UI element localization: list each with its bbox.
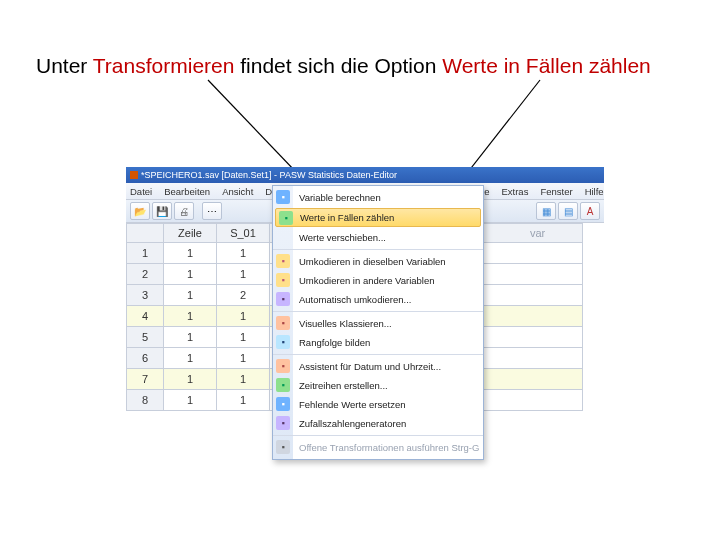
menu-item-icon: ▪ (276, 359, 290, 373)
menu-item-icon: ▪ (276, 378, 290, 392)
cell-s01[interactable]: 1 (217, 264, 270, 285)
menu-item-label: Automatisch umkodieren... (299, 294, 411, 305)
menu-item[interactable]: ▪Fehlende Werte ersetzen (273, 395, 483, 414)
menu-item[interactable]: ▪Werte in Fällen zählen (275, 208, 481, 227)
menu-item-label: Rangfolge bilden (299, 337, 370, 348)
chart-icon[interactable]: ▤ (558, 202, 578, 220)
menu-ansicht[interactable]: Ansicht (222, 186, 253, 197)
row-number[interactable]: 5 (127, 327, 164, 348)
menu-item[interactable]: ▪Rangfolge bilden (273, 333, 483, 352)
menu-separator (273, 435, 483, 436)
cell-zeile[interactable]: 1 (164, 264, 217, 285)
menu-separator (273, 249, 483, 250)
row-number[interactable]: 4 (127, 306, 164, 327)
menu-separator (273, 311, 483, 312)
menu-item-label: Assistent für Datum und Uhrzeit... (299, 361, 441, 372)
titlebar: *SPEICHERO1.sav [Daten.Set1] - PASW Stat… (126, 167, 604, 183)
row-number[interactable]: 7 (127, 369, 164, 390)
titlebar-text: *SPEICHERO1.sav [Daten.Set1] - PASW Stat… (141, 170, 397, 180)
menu-item[interactable]: ▪Umkodieren in dieselben Variablen (273, 252, 483, 271)
menu-item[interactable]: ▪Umkodieren in andere Variablen (273, 271, 483, 290)
cell-zeile[interactable]: 1 (164, 306, 217, 327)
menu-item[interactable]: ▪Automatisch umkodieren... (273, 290, 483, 309)
cell-zeile[interactable]: 1 (164, 348, 217, 369)
row-number[interactable]: 3 (127, 285, 164, 306)
menu-item-icon: ▪ (276, 273, 290, 287)
cell-zeile[interactable]: 1 (164, 369, 217, 390)
menu-extras[interactable]: Extras (501, 186, 528, 197)
menu-item: ▪Offene Transformationen ausführen Strg-… (273, 438, 483, 457)
cell-s01[interactable]: 1 (217, 243, 270, 264)
menu-item-icon: ▪ (276, 440, 290, 454)
menu-item[interactable]: ▪Assistent für Datum und Uhrzeit... (273, 357, 483, 376)
labels-icon[interactable]: A (580, 202, 600, 220)
menu-item-label: Umkodieren in dieselben Variablen (299, 256, 446, 267)
save-icon[interactable]: 💾 (152, 202, 172, 220)
menu-item-label: Fehlende Werte ersetzen (299, 399, 406, 410)
menu-item-label: Werte verschieben... (299, 232, 386, 243)
caption-mid: findet sich die Option (234, 54, 442, 77)
menu-fenster[interactable]: Fenster (540, 186, 572, 197)
menu-item[interactable]: Werte verschieben... (273, 228, 483, 247)
cell-zeile[interactable]: 1 (164, 390, 217, 411)
menu-item-icon: ▪ (276, 316, 290, 330)
open-icon[interactable]: 📂 (130, 202, 150, 220)
cell-s01[interactable]: 1 (217, 348, 270, 369)
menu-item-icon: ▪ (279, 211, 293, 225)
menu-item-icon: ▪ (276, 190, 290, 204)
menu-item-label: Werte in Fällen zählen (300, 212, 394, 223)
menu-item-icon: ▪ (276, 292, 290, 306)
menu-item[interactable]: ▪Zeitreihen erstellen... (273, 376, 483, 395)
toolbar-button[interactable]: ⋯ (202, 202, 222, 220)
menu-bearbeiten[interactable]: Bearbeiten (164, 186, 210, 197)
row-number[interactable]: 2 (127, 264, 164, 285)
print-icon[interactable]: 🖨 (174, 202, 194, 220)
row-number[interactable]: 8 (127, 390, 164, 411)
caption: Unter Transformieren findet sich die Opt… (36, 54, 651, 78)
menu-datei[interactable]: Datei (130, 186, 152, 197)
menu-item[interactable]: ▪Zufallszahlengeneratoren (273, 414, 483, 433)
menu-item-label: Zeitreihen erstellen... (299, 380, 388, 391)
col-s01[interactable]: S_01 (217, 224, 270, 243)
menu-item-label: Umkodieren in andere Variablen (299, 275, 435, 286)
menu-item-label: Visuelles Klassieren... (299, 318, 392, 329)
app-icon (130, 171, 138, 179)
cell-zeile[interactable]: 1 (164, 327, 217, 348)
cell-s01[interactable]: 1 (217, 369, 270, 390)
cell-s01[interactable]: 1 (217, 390, 270, 411)
menu-item-icon: ▪ (276, 397, 290, 411)
menu-item-icon: ▪ (276, 335, 290, 349)
menu-item[interactable]: ▪Variable berechnen (273, 188, 483, 207)
transform-menu[interactable]: ▪Variable berechnen▪Werte in Fällen zähl… (272, 185, 484, 460)
menu-item-icon: ▪ (276, 416, 290, 430)
col-zeile[interactable]: Zeile (164, 224, 217, 243)
caption-pre: Unter (36, 54, 93, 77)
cell-zeile[interactable]: 1 (164, 285, 217, 306)
menu-item-label: Variable berechnen (299, 192, 381, 203)
caption-red2: Werte in Fällen zählen (442, 54, 651, 77)
menu-item-icon: ▪ (276, 254, 290, 268)
cell-s01[interactable]: 2 (217, 285, 270, 306)
menu-separator (273, 354, 483, 355)
menu-hilfe[interactable]: Hilfe (585, 186, 604, 197)
caption-red1: Transformieren (93, 54, 235, 77)
row-number[interactable]: 6 (127, 348, 164, 369)
cell-s01[interactable]: 1 (217, 327, 270, 348)
cell-s01[interactable]: 1 (217, 306, 270, 327)
row-number[interactable]: 1 (127, 243, 164, 264)
chart-icon[interactable]: ▦ (536, 202, 556, 220)
cell-zeile[interactable]: 1 (164, 243, 217, 264)
menu-item-label: Offene Transformationen ausführen Strg-G (299, 442, 479, 453)
col-rowhd[interactable] (127, 224, 164, 243)
menu-item[interactable]: ▪Visuelles Klassieren... (273, 314, 483, 333)
menu-item-label: Zufallszahlengeneratoren (299, 418, 406, 429)
